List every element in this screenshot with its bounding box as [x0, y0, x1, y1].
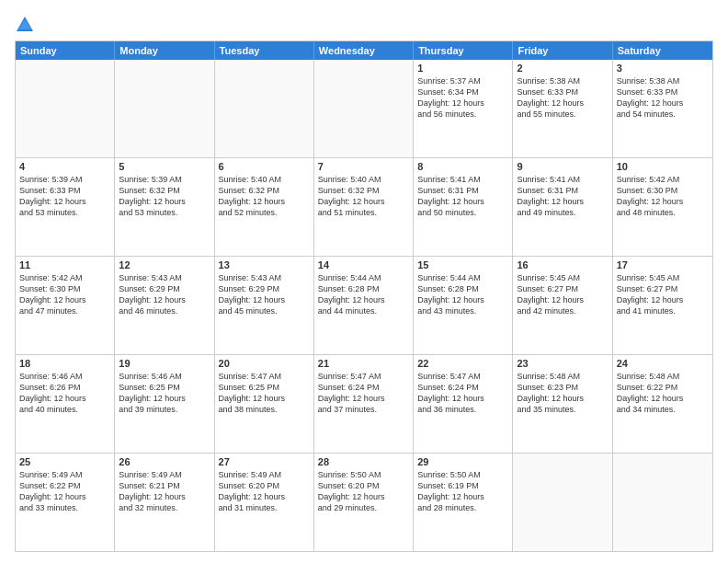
- header-cell-sunday: Sunday: [16, 41, 115, 60]
- cell-info-line: Daylight: 12 hours: [417, 491, 508, 502]
- cell-info-line: Sunset: 6:29 PM: [119, 283, 210, 294]
- cell-info-line: Daylight: 12 hours: [19, 294, 110, 305]
- cell-info-line: and 34 minutes.: [617, 404, 709, 415]
- cell-info-line: Sunrise: 5:41 AM: [517, 174, 608, 185]
- header-cell-wednesday: Wednesday: [314, 41, 414, 60]
- header-cell-monday: Monday: [115, 41, 214, 60]
- cell-info-line: Daylight: 12 hours: [318, 491, 409, 502]
- calendar-cell: 6Sunrise: 5:40 AMSunset: 6:32 PMDaylight…: [215, 158, 314, 256]
- cell-info-line: Daylight: 12 hours: [318, 196, 409, 207]
- day-number: 23: [517, 358, 608, 369]
- cell-info-line: and 55 minutes.: [517, 109, 608, 120]
- calendar-cell: 28Sunrise: 5:50 AMSunset: 6:20 PMDayligh…: [314, 454, 414, 551]
- day-number: 15: [417, 259, 508, 270]
- cell-info-line: Sunset: 6:22 PM: [617, 382, 709, 393]
- day-number: 13: [219, 259, 310, 270]
- day-number: 25: [19, 456, 110, 467]
- calendar-cell: [215, 60, 314, 157]
- cell-info-line: Sunset: 6:20 PM: [318, 480, 409, 491]
- calendar-cell: 1Sunrise: 5:37 AMSunset: 6:34 PMDaylight…: [414, 60, 513, 157]
- cell-info-line: Sunset: 6:22 PM: [19, 480, 110, 491]
- cell-info-line: Sunrise: 5:50 AM: [417, 469, 508, 480]
- day-number: 14: [318, 259, 409, 270]
- calendar-cell: 15Sunrise: 5:44 AMSunset: 6:28 PMDayligh…: [414, 257, 513, 354]
- cell-info-line: Sunrise: 5:49 AM: [19, 469, 110, 480]
- cell-info-line: Daylight: 12 hours: [617, 98, 709, 109]
- calendar-row-2: 4Sunrise: 5:39 AMSunset: 6:33 PMDaylight…: [16, 157, 712, 256]
- cell-info-line: and 28 minutes.: [417, 502, 508, 513]
- cell-info-line: Daylight: 12 hours: [119, 491, 210, 502]
- cell-info-line: Sunrise: 5:46 AM: [119, 371, 210, 382]
- day-number: 8: [417, 161, 508, 172]
- cell-info-line: Sunrise: 5:39 AM: [19, 174, 110, 185]
- cell-info-line: Sunset: 6:26 PM: [19, 382, 110, 393]
- day-number: 17: [617, 259, 709, 270]
- cell-info-line: and 32 minutes.: [119, 502, 210, 513]
- day-number: 4: [19, 161, 110, 172]
- cell-info-line: Sunset: 6:32 PM: [318, 185, 409, 196]
- cell-info-line: Sunrise: 5:45 AM: [617, 272, 709, 283]
- cell-info-line: and 40 minutes.: [19, 404, 110, 415]
- calendar-row-3: 11Sunrise: 5:42 AMSunset: 6:30 PMDayligh…: [16, 256, 712, 354]
- cell-info-line: and 39 minutes.: [119, 404, 210, 415]
- day-number: 29: [417, 456, 508, 467]
- day-number: 28: [318, 456, 409, 467]
- cell-info-line: Daylight: 12 hours: [417, 393, 508, 404]
- cell-info-line: Sunset: 6:19 PM: [417, 480, 508, 491]
- cell-info-line: Sunset: 6:25 PM: [119, 382, 210, 393]
- calendar-cell: [115, 60, 214, 157]
- calendar-cell: 23Sunrise: 5:48 AMSunset: 6:23 PMDayligh…: [513, 355, 612, 453]
- cell-info-line: and 49 minutes.: [517, 207, 608, 218]
- calendar-cell: 7Sunrise: 5:40 AMSunset: 6:32 PMDaylight…: [314, 158, 414, 256]
- cell-info-line: Sunrise: 5:47 AM: [219, 371, 310, 382]
- cell-info-line: and 33 minutes.: [19, 502, 110, 513]
- calendar: SundayMondayTuesdayWednesdayThursdayFrid…: [15, 40, 713, 552]
- cell-info-line: Daylight: 12 hours: [617, 294, 709, 305]
- day-number: 10: [617, 161, 709, 172]
- calendar-cell: 12Sunrise: 5:43 AMSunset: 6:29 PMDayligh…: [115, 257, 214, 354]
- cell-info-line: Daylight: 12 hours: [119, 294, 210, 305]
- cell-info-line: Sunset: 6:33 PM: [517, 86, 608, 98]
- cell-info-line: Sunset: 6:29 PM: [219, 283, 310, 294]
- header-cell-friday: Friday: [513, 41, 612, 60]
- cell-info-line: and 47 minutes.: [19, 305, 110, 316]
- cell-info-line: Sunset: 6:33 PM: [19, 185, 110, 196]
- cell-info-line: and 36 minutes.: [417, 404, 508, 415]
- cell-info-line: and 51 minutes.: [318, 207, 409, 218]
- day-number: 20: [219, 358, 310, 369]
- calendar-cell: 4Sunrise: 5:39 AMSunset: 6:33 PMDaylight…: [16, 158, 115, 256]
- header: [15, 11, 713, 35]
- logo: [15, 15, 39, 35]
- calendar-cell: 26Sunrise: 5:49 AMSunset: 6:21 PMDayligh…: [115, 454, 214, 551]
- cell-info-line: Daylight: 12 hours: [119, 196, 210, 207]
- cell-info-line: Sunset: 6:28 PM: [318, 283, 409, 294]
- cell-info-line: Sunrise: 5:42 AM: [617, 174, 709, 185]
- cell-info-line: Sunset: 6:34 PM: [417, 86, 508, 98]
- day-number: 21: [318, 358, 409, 369]
- cell-info-line: and 45 minutes.: [219, 305, 310, 316]
- cell-info-line: and 52 minutes.: [219, 207, 310, 218]
- cell-info-line: Sunrise: 5:49 AM: [119, 469, 210, 480]
- cell-info-line: Daylight: 12 hours: [219, 491, 310, 502]
- cell-info-line: Sunrise: 5:46 AM: [19, 371, 110, 382]
- day-number: 1: [417, 63, 508, 74]
- cell-info-line: Sunset: 6:24 PM: [318, 382, 409, 393]
- calendar-cell: 3Sunrise: 5:38 AMSunset: 6:33 PMDaylight…: [613, 60, 712, 157]
- calendar-cell: 11Sunrise: 5:42 AMSunset: 6:30 PMDayligh…: [16, 257, 115, 354]
- cell-info-line: Sunrise: 5:43 AM: [219, 272, 310, 283]
- calendar-row-1: 1Sunrise: 5:37 AMSunset: 6:34 PMDaylight…: [16, 60, 712, 157]
- cell-info-line: and 48 minutes.: [617, 207, 709, 218]
- cell-info-line: Sunrise: 5:48 AM: [517, 371, 608, 382]
- svg-marker-1: [18, 19, 31, 29]
- calendar-cell: 16Sunrise: 5:45 AMSunset: 6:27 PMDayligh…: [513, 257, 612, 354]
- cell-info-line: Sunrise: 5:38 AM: [617, 75, 709, 86]
- calendar-cell: [513, 454, 612, 551]
- cell-info-line: Sunset: 6:28 PM: [417, 283, 508, 294]
- cell-info-line: Sunrise: 5:40 AM: [219, 174, 310, 185]
- day-number: 6: [219, 161, 310, 172]
- cell-info-line: Daylight: 12 hours: [318, 393, 409, 404]
- day-number: 3: [617, 63, 709, 74]
- cell-info-line: Sunrise: 5:40 AM: [318, 174, 409, 185]
- cell-info-line: Sunset: 6:27 PM: [517, 283, 608, 294]
- cell-info-line: Sunset: 6:30 PM: [617, 185, 709, 196]
